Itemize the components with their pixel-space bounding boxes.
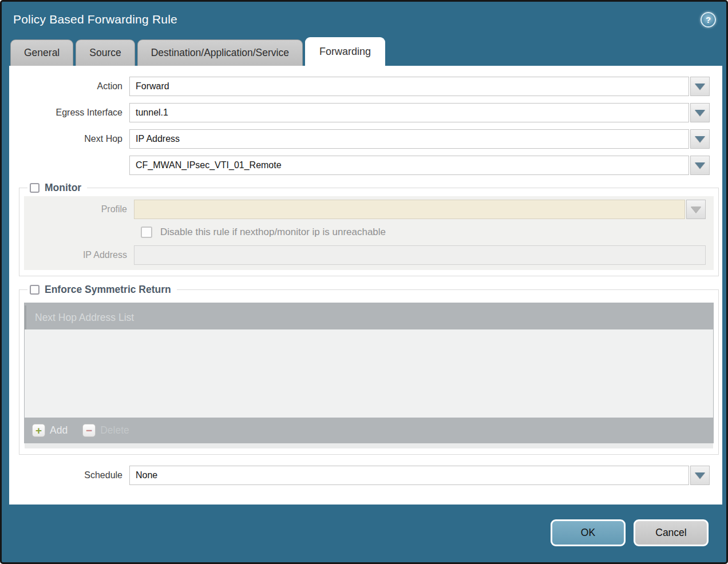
tab-general[interactable]: General [10, 39, 73, 66]
next-hop-address-list-body [25, 329, 713, 418]
egress-interface-dropdown-button[interactable] [690, 103, 710, 122]
schedule-row: Schedule None [9, 466, 722, 485]
next-hop-label: Next Hop [9, 134, 129, 144]
tab-forwarding[interactable]: Forwarding [305, 37, 385, 66]
profile-dropdown-button [686, 200, 706, 219]
dialog-footer: OK Cancel [2, 505, 726, 546]
action-label: Action [9, 81, 129, 92]
plus-icon: + [32, 424, 45, 437]
monitor-ip-address-input [134, 245, 706, 265]
symmetric-return-legend-label: Enforce Symmetric Return [45, 284, 171, 296]
add-button-label: Add [50, 424, 68, 436]
schedule-dropdown-button[interactable] [690, 466, 710, 485]
next-hop-address-list-header: Next Hop Address List [25, 305, 713, 329]
next-hop-address-row: CF_MWAN_IPsec_VTI_01_Remote [9, 156, 722, 175]
monitor-panel: Profile Disable this rule if nexthop/mon… [24, 196, 714, 270]
tab-source[interactable]: Source [76, 39, 134, 66]
disable-rule-row: Disable this rule if nexthop/monitor ip … [141, 227, 706, 238]
profile-select [134, 200, 685, 219]
next-hop-type-dropdown-button[interactable] [690, 129, 710, 149]
egress-interface-row: Egress Interface tunnel.1 [9, 103, 722, 122]
delete-button-label: Delete [100, 424, 129, 436]
ok-button[interactable]: OK [551, 519, 626, 546]
dialog-title: Policy Based Forwarding Rule [13, 13, 177, 26]
next-hop-address-list-toolbar: + Add − Delete [25, 418, 713, 443]
dialog-titlebar: Policy Based Forwarding Rule ? [2, 2, 726, 37]
chevron-down-icon [695, 472, 705, 479]
symmetric-return-legend: Enforce Symmetric Return [27, 284, 177, 296]
schedule-label: Schedule [9, 470, 129, 480]
profile-label: Profile [24, 204, 134, 215]
egress-interface-select[interactable]: tunnel.1 [129, 103, 689, 122]
monitor-group: Monitor Profile Disable this rule if nex… [19, 182, 719, 276]
egress-interface-label: Egress Interface [9, 108, 129, 118]
monitor-checkbox[interactable] [30, 183, 39, 193]
minus-icon: − [82, 424, 96, 437]
symmetric-return-checkbox[interactable] [30, 285, 39, 295]
tab-destination-application-service[interactable]: Destination/Application/Service [137, 39, 303, 66]
next-hop-address-select[interactable]: CF_MWAN_IPsec_VTI_01_Remote [129, 156, 689, 175]
monitor-legend: Monitor [27, 182, 87, 194]
chevron-down-icon [691, 206, 701, 213]
action-row: Action Forward [9, 77, 722, 96]
table-bottom-strip [25, 443, 713, 448]
next-hop-type-select[interactable]: IP Address [129, 129, 689, 149]
schedule-select[interactable]: None [129, 466, 689, 485]
cancel-button[interactable]: Cancel [634, 519, 709, 546]
chevron-down-icon [695, 110, 705, 116]
monitor-ip-address-row: IP Address [24, 245, 706, 265]
monitor-ip-address-label: IP Address [24, 250, 134, 260]
disable-rule-label: Disable this rule if nexthop/monitor ip … [160, 227, 386, 238]
next-hop-address-list-table: Next Hop Address List + Add − Delete [24, 303, 714, 443]
disable-rule-checkbox [141, 227, 152, 238]
monitor-legend-label: Monitor [45, 182, 81, 194]
help-icon[interactable]: ? [701, 12, 716, 27]
symmetric-return-group: Enforce Symmetric Return Next Hop Addres… [19, 284, 719, 455]
chevron-down-icon [695, 84, 705, 90]
action-dropdown-button[interactable] [690, 77, 710, 96]
next-hop-row: Next Hop IP Address [9, 129, 722, 149]
forwarding-tab-panel: Action Forward Egress Interface tunnel.1… [9, 66, 722, 505]
pbf-rule-dialog: Policy Based Forwarding Rule ? General S… [0, 0, 728, 564]
next-hop-address-dropdown-button[interactable] [690, 156, 710, 175]
profile-row: Profile [24, 200, 706, 219]
chevron-down-icon [695, 136, 705, 142]
delete-button: − Delete [82, 424, 129, 437]
tab-strip: General Source Destination/Application/S… [2, 37, 726, 66]
chevron-down-icon [695, 162, 705, 169]
add-button[interactable]: + Add [32, 424, 68, 437]
action-select[interactable]: Forward [129, 77, 689, 96]
